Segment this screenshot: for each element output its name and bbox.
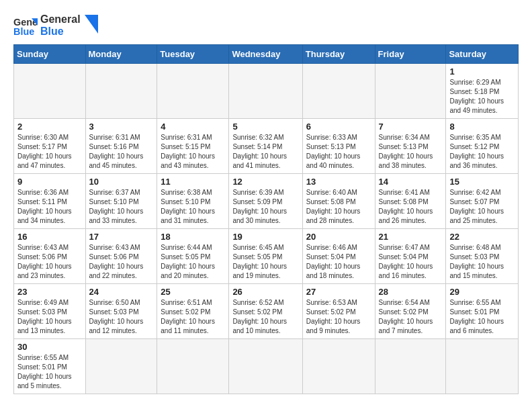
calendar-cell: 28Sunrise: 6:54 AMSunset: 5:02 PMDayligh…: [375, 284, 446, 339]
day-info: Sunrise: 6:33 AMSunset: 5:13 PMDaylight:…: [306, 133, 371, 171]
calendar-cell: 20Sunrise: 6:46 AMSunset: 5:04 PMDayligh…: [302, 229, 375, 284]
calendar-cell: [302, 64, 375, 119]
calendar-cell: 29Sunrise: 6:55 AMSunset: 5:01 PMDayligh…: [446, 284, 519, 339]
calendar-cell: [229, 64, 302, 119]
calendar-cell: 18Sunrise: 6:44 AMSunset: 5:05 PMDayligh…: [157, 229, 229, 284]
week-row-4: 23Sunrise: 6:49 AMSunset: 5:03 PMDayligh…: [14, 284, 519, 339]
day-info: Sunrise: 6:37 AMSunset: 5:10 PMDaylight:…: [89, 188, 154, 226]
week-row-0: 1Sunrise: 6:29 AMSunset: 5:18 PMDaylight…: [14, 64, 519, 119]
day-number: 23: [17, 287, 82, 297]
logo-blue: Blue: [40, 26, 81, 38]
day-number: 21: [379, 232, 443, 242]
day-number: 22: [449, 232, 515, 242]
calendar-cell: [375, 339, 446, 394]
day-number: 4: [161, 122, 225, 132]
calendar-cell: 24Sunrise: 6:50 AMSunset: 5:03 PMDayligh…: [85, 284, 157, 339]
calendar-cell: 15Sunrise: 6:42 AMSunset: 5:07 PMDayligh…: [446, 174, 519, 229]
day-info: Sunrise: 6:42 AMSunset: 5:07 PMDaylight:…: [449, 188, 515, 226]
calendar-cell: [375, 64, 446, 119]
calendar-cell: 13Sunrise: 6:40 AMSunset: 5:08 PMDayligh…: [302, 174, 375, 229]
week-row-3: 16Sunrise: 6:43 AMSunset: 5:06 PMDayligh…: [14, 229, 519, 284]
calendar-cell: 19Sunrise: 6:45 AMSunset: 5:05 PMDayligh…: [229, 229, 302, 284]
weekday-header-thursday: Thursday: [302, 45, 375, 64]
calendar-cell: [229, 339, 302, 394]
day-info: Sunrise: 6:50 AMSunset: 5:03 PMDaylight:…: [89, 298, 154, 336]
day-number: 3: [89, 122, 154, 132]
page: General Blue General Blue SundayMondayTu…: [0, 0, 532, 405]
day-info: Sunrise: 6:45 AMSunset: 5:05 PMDaylight:…: [232, 243, 298, 281]
day-info: Sunrise: 6:38 AMSunset: 5:10 PMDaylight:…: [161, 188, 225, 226]
weekday-header-saturday: Saturday: [446, 45, 519, 64]
calendar-cell: [14, 64, 86, 119]
calendar-cell: 7Sunrise: 6:34 AMSunset: 5:13 PMDaylight…: [375, 119, 446, 174]
calendar-cell: [157, 64, 229, 119]
day-info: Sunrise: 6:43 AMSunset: 5:06 PMDaylight:…: [89, 243, 154, 281]
calendar-cell: 30Sunrise: 6:55 AMSunset: 5:01 PMDayligh…: [14, 339, 86, 394]
calendar-cell: 11Sunrise: 6:38 AMSunset: 5:10 PMDayligh…: [157, 174, 229, 229]
calendar-cell: 6Sunrise: 6:33 AMSunset: 5:13 PMDaylight…: [302, 119, 375, 174]
day-number: 29: [449, 287, 515, 297]
calendar-cell: 16Sunrise: 6:43 AMSunset: 5:06 PMDayligh…: [14, 229, 86, 284]
week-row-5: 30Sunrise: 6:55 AMSunset: 5:01 PMDayligh…: [14, 339, 519, 394]
day-number: 27: [306, 287, 371, 297]
calendar-cell: 22Sunrise: 6:48 AMSunset: 5:03 PMDayligh…: [446, 229, 519, 284]
week-row-2: 9Sunrise: 6:36 AMSunset: 5:11 PMDaylight…: [14, 174, 519, 229]
day-number: 6: [306, 122, 371, 132]
calendar-table: SundayMondayTuesdayWednesdayThursdayFrid…: [13, 44, 519, 394]
day-number: 5: [232, 122, 298, 132]
calendar-cell: 10Sunrise: 6:37 AMSunset: 5:10 PMDayligh…: [85, 174, 157, 229]
day-number: 25: [161, 287, 225, 297]
day-number: 20: [306, 232, 371, 242]
day-number: 12: [232, 177, 298, 187]
day-info: Sunrise: 6:51 AMSunset: 5:02 PMDaylight:…: [161, 298, 225, 336]
day-info: Sunrise: 6:55 AMSunset: 5:01 PMDaylight:…: [449, 298, 515, 336]
calendar-cell: 27Sunrise: 6:53 AMSunset: 5:02 PMDayligh…: [302, 284, 375, 339]
day-number: 26: [232, 287, 298, 297]
day-number: 18: [161, 232, 225, 242]
weekday-header-row: SundayMondayTuesdayWednesdayThursdayFrid…: [14, 45, 519, 64]
day-number: 28: [379, 287, 443, 297]
logo-triangle-icon: [85, 15, 98, 34]
weekday-header-monday: Monday: [85, 45, 157, 64]
day-info: Sunrise: 6:46 AMSunset: 5:04 PMDaylight:…: [306, 243, 371, 281]
calendar-cell: 21Sunrise: 6:47 AMSunset: 5:04 PMDayligh…: [375, 229, 446, 284]
day-info: Sunrise: 6:35 AMSunset: 5:12 PMDaylight:…: [449, 133, 515, 171]
calendar-cell: 8Sunrise: 6:35 AMSunset: 5:12 PMDaylight…: [446, 119, 519, 174]
day-number: 8: [449, 122, 515, 132]
day-info: Sunrise: 6:31 AMSunset: 5:15 PMDaylight:…: [161, 133, 225, 171]
day-info: Sunrise: 6:49 AMSunset: 5:03 PMDaylight:…: [17, 298, 82, 336]
day-number: 1: [449, 66, 515, 77]
day-info: Sunrise: 6:41 AMSunset: 5:08 PMDaylight:…: [379, 188, 443, 226]
day-number: 11: [161, 177, 225, 187]
day-info: Sunrise: 6:55 AMSunset: 5:01 PMDaylight:…: [17, 353, 82, 391]
calendar-cell: 12Sunrise: 6:39 AMSunset: 5:09 PMDayligh…: [229, 174, 302, 229]
day-number: 19: [232, 232, 298, 242]
svg-marker-3: [85, 15, 98, 34]
day-info: Sunrise: 6:39 AMSunset: 5:09 PMDaylight:…: [232, 188, 298, 226]
day-number: 2: [17, 122, 82, 132]
day-number: 9: [17, 177, 82, 187]
logo-general: General: [40, 13, 81, 26]
day-number: 14: [379, 177, 443, 187]
calendar-cell: 17Sunrise: 6:43 AMSunset: 5:06 PMDayligh…: [85, 229, 157, 284]
day-number: 7: [379, 122, 443, 132]
day-info: Sunrise: 6:29 AMSunset: 5:18 PMDaylight:…: [449, 78, 515, 116]
weekday-header-wednesday: Wednesday: [229, 45, 302, 64]
day-number: 17: [89, 232, 154, 242]
calendar-cell: 4Sunrise: 6:31 AMSunset: 5:15 PMDaylight…: [157, 119, 229, 174]
weekday-header-sunday: Sunday: [14, 45, 86, 64]
logo: General Blue General Blue: [13, 13, 98, 38]
day-info: Sunrise: 6:31 AMSunset: 5:16 PMDaylight:…: [89, 133, 154, 171]
calendar-cell: 25Sunrise: 6:51 AMSunset: 5:02 PMDayligh…: [157, 284, 229, 339]
calendar-cell: 3Sunrise: 6:31 AMSunset: 5:16 PMDaylight…: [85, 119, 157, 174]
day-info: Sunrise: 6:36 AMSunset: 5:11 PMDaylight:…: [17, 188, 82, 226]
svg-text:Blue: Blue: [13, 26, 34, 37]
day-info: Sunrise: 6:34 AMSunset: 5:13 PMDaylight:…: [379, 133, 443, 171]
calendar-cell: 14Sunrise: 6:41 AMSunset: 5:08 PMDayligh…: [375, 174, 446, 229]
logo-icon: General Blue: [13, 13, 38, 38]
calendar-cell: 23Sunrise: 6:49 AMSunset: 5:03 PMDayligh…: [14, 284, 86, 339]
calendar-cell: 9Sunrise: 6:36 AMSunset: 5:11 PMDaylight…: [14, 174, 86, 229]
calendar-cell: 5Sunrise: 6:32 AMSunset: 5:14 PMDaylight…: [229, 119, 302, 174]
calendar-cell: [157, 339, 229, 394]
day-number: 16: [17, 232, 82, 242]
